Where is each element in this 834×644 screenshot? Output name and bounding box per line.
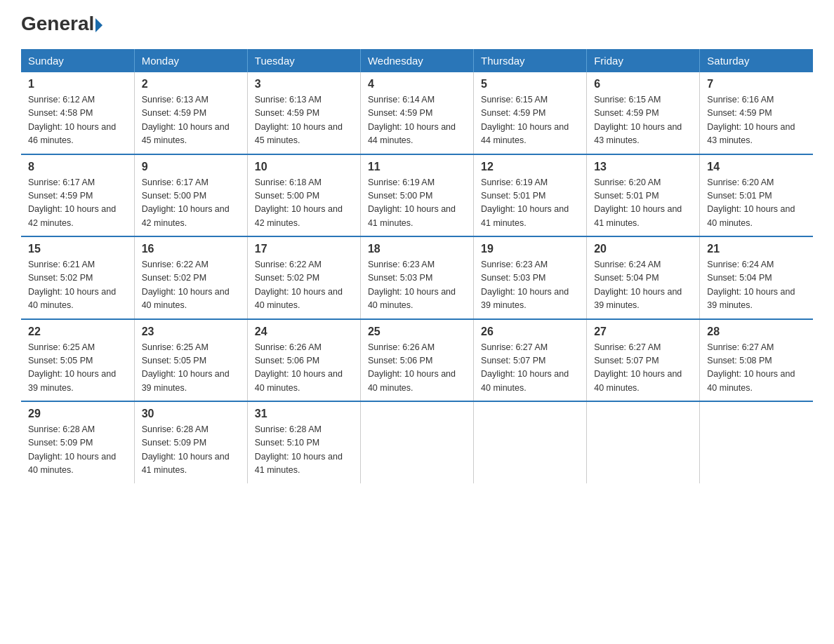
calendar-week-row: 1 Sunrise: 6:12 AMSunset: 4:58 PMDayligh… <box>21 72 813 154</box>
calendar-table: SundayMondayTuesdayWednesdayThursdayFrid… <box>21 49 813 483</box>
day-number: 10 <box>255 161 353 173</box>
day-number: 1 <box>28 78 127 90</box>
day-info: Sunrise: 6:16 AMSunset: 4:59 PMDaylight:… <box>707 95 795 145</box>
day-info: Sunrise: 6:17 AMSunset: 5:00 PMDaylight:… <box>142 177 230 228</box>
calendar-cell: 12 Sunrise: 6:19 AMSunset: 5:01 PMDaylig… <box>474 154 587 237</box>
weekday-header-saturday: Saturday <box>700 49 813 72</box>
day-info: Sunrise: 6:19 AMSunset: 5:00 PMDaylight:… <box>368 177 456 228</box>
day-number: 20 <box>594 243 692 255</box>
weekday-header-friday: Friday <box>587 49 700 72</box>
day-number: 16 <box>142 243 240 255</box>
day-info: Sunrise: 6:28 AMSunset: 5:10 PMDaylight:… <box>255 424 343 475</box>
calendar-week-row: 29 Sunrise: 6:28 AMSunset: 5:09 PMDaylig… <box>21 401 813 483</box>
calendar-cell: 5 Sunrise: 6:15 AMSunset: 4:59 PMDayligh… <box>474 72 587 154</box>
calendar-cell: 22 Sunrise: 6:25 AMSunset: 5:05 PMDaylig… <box>21 319 134 402</box>
calendar-cell: 1 Sunrise: 6:12 AMSunset: 4:58 PMDayligh… <box>21 72 134 154</box>
day-info: Sunrise: 6:13 AMSunset: 4:59 PMDaylight:… <box>142 95 230 145</box>
day-number: 18 <box>368 243 466 255</box>
day-number: 13 <box>594 161 692 173</box>
weekday-header-sunday: Sunday <box>21 49 134 72</box>
day-number: 21 <box>707 243 806 255</box>
day-number: 30 <box>142 408 240 420</box>
calendar-cell: 20 Sunrise: 6:24 AMSunset: 5:04 PMDaylig… <box>587 236 700 319</box>
calendar-week-row: 22 Sunrise: 6:25 AMSunset: 5:05 PMDaylig… <box>21 319 813 402</box>
calendar-cell: 21 Sunrise: 6:24 AMSunset: 5:04 PMDaylig… <box>700 236 813 319</box>
day-info: Sunrise: 6:27 AMSunset: 5:08 PMDaylight:… <box>707 342 795 393</box>
day-info: Sunrise: 6:13 AMSunset: 4:59 PMDaylight:… <box>255 95 343 145</box>
day-number: 9 <box>142 161 240 173</box>
day-number: 28 <box>707 326 806 338</box>
day-info: Sunrise: 6:20 AMSunset: 5:01 PMDaylight:… <box>707 177 795 228</box>
calendar-cell: 23 Sunrise: 6:25 AMSunset: 5:05 PMDaylig… <box>134 319 247 402</box>
day-info: Sunrise: 6:19 AMSunset: 5:01 PMDaylight:… <box>481 177 569 228</box>
logo-general: General <box>21 14 102 34</box>
page-header: General <box>21 14 813 35</box>
calendar-cell <box>700 401 813 483</box>
day-number: 7 <box>707 78 806 90</box>
day-number: 4 <box>368 78 466 90</box>
day-info: Sunrise: 6:22 AMSunset: 5:02 PMDaylight:… <box>255 260 343 310</box>
calendar-cell: 4 Sunrise: 6:14 AMSunset: 4:59 PMDayligh… <box>360 72 473 154</box>
day-number: 15 <box>28 243 127 255</box>
day-info: Sunrise: 6:26 AMSunset: 5:06 PMDaylight:… <box>255 342 343 393</box>
calendar-cell: 31 Sunrise: 6:28 AMSunset: 5:10 PMDaylig… <box>247 401 360 483</box>
calendar-cell: 29 Sunrise: 6:28 AMSunset: 5:09 PMDaylig… <box>21 401 134 483</box>
day-number: 27 <box>594 326 692 338</box>
calendar-cell: 18 Sunrise: 6:23 AMSunset: 5:03 PMDaylig… <box>360 236 473 319</box>
day-number: 14 <box>707 161 806 173</box>
calendar-cell: 3 Sunrise: 6:13 AMSunset: 4:59 PMDayligh… <box>247 72 360 154</box>
day-info: Sunrise: 6:23 AMSunset: 5:03 PMDaylight:… <box>368 260 456 310</box>
logo-arrow-icon <box>95 18 102 32</box>
calendar-cell: 27 Sunrise: 6:27 AMSunset: 5:07 PMDaylig… <box>587 319 700 402</box>
day-number: 3 <box>255 78 353 90</box>
day-info: Sunrise: 6:12 AMSunset: 4:58 PMDaylight:… <box>28 95 116 145</box>
day-info: Sunrise: 6:15 AMSunset: 4:59 PMDaylight:… <box>481 95 569 145</box>
day-info: Sunrise: 6:20 AMSunset: 5:01 PMDaylight:… <box>594 177 682 228</box>
calendar-week-row: 15 Sunrise: 6:21 AMSunset: 5:02 PMDaylig… <box>21 236 813 319</box>
day-info: Sunrise: 6:25 AMSunset: 5:05 PMDaylight:… <box>28 342 116 393</box>
calendar-cell: 7 Sunrise: 6:16 AMSunset: 4:59 PMDayligh… <box>700 72 813 154</box>
logo: General <box>21 14 102 35</box>
day-info: Sunrise: 6:23 AMSunset: 5:03 PMDaylight:… <box>481 260 569 310</box>
calendar-cell <box>587 401 700 483</box>
calendar-cell: 8 Sunrise: 6:17 AMSunset: 4:59 PMDayligh… <box>21 154 134 237</box>
calendar-cell: 6 Sunrise: 6:15 AMSunset: 4:59 PMDayligh… <box>587 72 700 154</box>
weekday-header-row: SundayMondayTuesdayWednesdayThursdayFrid… <box>21 49 813 72</box>
day-info: Sunrise: 6:24 AMSunset: 5:04 PMDaylight:… <box>707 260 795 310</box>
day-info: Sunrise: 6:28 AMSunset: 5:09 PMDaylight:… <box>142 424 230 475</box>
day-number: 29 <box>28 408 127 420</box>
day-info: Sunrise: 6:27 AMSunset: 5:07 PMDaylight:… <box>481 342 569 393</box>
calendar-cell: 25 Sunrise: 6:26 AMSunset: 5:06 PMDaylig… <box>360 319 473 402</box>
day-info: Sunrise: 6:22 AMSunset: 5:02 PMDaylight:… <box>142 260 230 310</box>
day-number: 25 <box>368 326 466 338</box>
calendar-cell: 19 Sunrise: 6:23 AMSunset: 5:03 PMDaylig… <box>474 236 587 319</box>
day-number: 22 <box>28 326 127 338</box>
day-info: Sunrise: 6:15 AMSunset: 4:59 PMDaylight:… <box>594 95 682 145</box>
calendar-week-row: 8 Sunrise: 6:17 AMSunset: 4:59 PMDayligh… <box>21 154 813 237</box>
weekday-header-thursday: Thursday <box>474 49 587 72</box>
day-info: Sunrise: 6:18 AMSunset: 5:00 PMDaylight:… <box>255 177 343 228</box>
day-info: Sunrise: 6:14 AMSunset: 4:59 PMDaylight:… <box>368 95 456 145</box>
calendar-cell: 28 Sunrise: 6:27 AMSunset: 5:08 PMDaylig… <box>700 319 813 402</box>
calendar-cell: 14 Sunrise: 6:20 AMSunset: 5:01 PMDaylig… <box>700 154 813 237</box>
weekday-header-tuesday: Tuesday <box>247 49 360 72</box>
day-info: Sunrise: 6:27 AMSunset: 5:07 PMDaylight:… <box>594 342 682 393</box>
day-number: 23 <box>142 326 240 338</box>
day-number: 8 <box>28 161 127 173</box>
calendar-cell: 24 Sunrise: 6:26 AMSunset: 5:06 PMDaylig… <box>247 319 360 402</box>
day-number: 12 <box>481 161 579 173</box>
calendar-cell: 26 Sunrise: 6:27 AMSunset: 5:07 PMDaylig… <box>474 319 587 402</box>
calendar-cell: 9 Sunrise: 6:17 AMSunset: 5:00 PMDayligh… <box>134 154 247 237</box>
weekday-header-monday: Monday <box>134 49 247 72</box>
day-number: 19 <box>481 243 579 255</box>
day-number: 24 <box>255 326 353 338</box>
day-number: 6 <box>594 78 692 90</box>
calendar-cell <box>360 401 473 483</box>
calendar-cell: 13 Sunrise: 6:20 AMSunset: 5:01 PMDaylig… <box>587 154 700 237</box>
day-info: Sunrise: 6:28 AMSunset: 5:09 PMDaylight:… <box>28 424 116 475</box>
day-number: 2 <box>142 78 240 90</box>
calendar-cell: 17 Sunrise: 6:22 AMSunset: 5:02 PMDaylig… <box>247 236 360 319</box>
weekday-header-wednesday: Wednesday <box>360 49 473 72</box>
day-info: Sunrise: 6:17 AMSunset: 4:59 PMDaylight:… <box>28 177 116 228</box>
day-info: Sunrise: 6:26 AMSunset: 5:06 PMDaylight:… <box>368 342 456 393</box>
